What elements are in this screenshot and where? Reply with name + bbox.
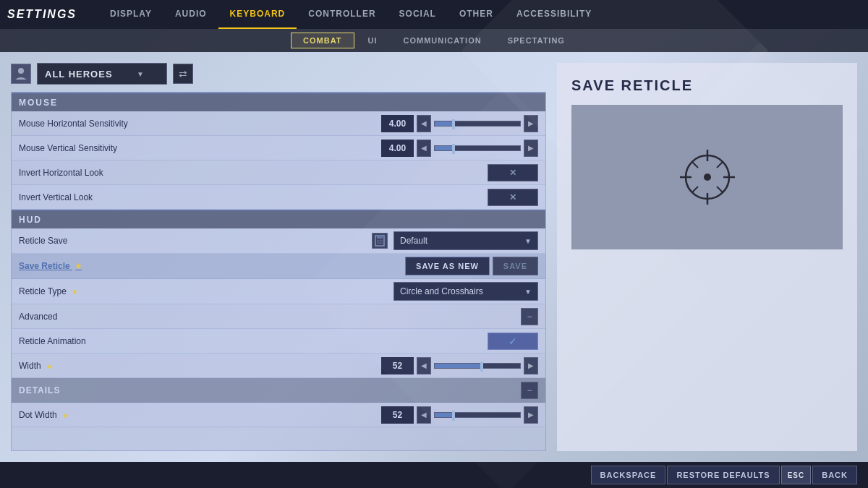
subnav-combat[interactable]: COMBAT	[291, 33, 354, 48]
hero-icon	[11, 64, 31, 84]
nav-display[interactable]: DISPLAY	[98, 0, 163, 29]
svg-point-0	[18, 68, 24, 74]
mouse-v-track[interactable]	[434, 145, 521, 151]
app-title: SETTINGS	[7, 8, 77, 21]
hero-dropdown-arrow: ▼	[137, 70, 145, 78]
dot-width-label: Dot Width ★	[19, 410, 381, 420]
width-fill	[435, 364, 482, 368]
svg-line-11	[692, 162, 698, 168]
backspace-button[interactable]: BACKSPACE	[591, 466, 666, 484]
dot-width-thumb[interactable]	[452, 411, 455, 421]
dot-width-track[interactable]	[434, 412, 521, 418]
hero-swap-button[interactable]: ⇄	[173, 64, 193, 84]
reticle-type-star: ★	[72, 288, 78, 296]
svg-line-13	[692, 187, 698, 192]
dot-width-fill	[435, 413, 454, 417]
mouse-section-header: MOUSE	[12, 93, 545, 111]
nav-social[interactable]: SOCIAL	[388, 0, 448, 29]
dot-width-star: ★	[62, 411, 69, 419]
width-thumb[interactable]	[480, 361, 483, 372]
reticle-preview	[571, 105, 843, 249]
width-track[interactable]	[434, 363, 521, 369]
mouse-v-fill	[435, 146, 454, 150]
mouse-h-track[interactable]	[434, 121, 521, 127]
mouse-h-fill	[435, 121, 454, 126]
esc-key: ESC	[781, 466, 812, 484]
mouse-v-thumb[interactable]	[452, 144, 455, 154]
mouse-h-decrease[interactable]: ◀	[417, 115, 431, 132]
width-star: ★	[46, 362, 53, 370]
svg-line-14	[717, 187, 723, 192]
back-button[interactable]: BACK	[812, 466, 857, 484]
hero-silhouette-icon	[14, 67, 28, 81]
save-reticle-star: ★	[75, 262, 82, 270]
hero-dropdown[interactable]: ALL HEROES ▼	[37, 63, 167, 85]
hero-selector: ALL HEROES ▼ ⇄	[11, 63, 546, 85]
bottom-bar: BACKSPACE RESTORE DEFAULTS ESC BACK	[0, 462, 868, 488]
width-label: Width ★	[19, 361, 381, 371]
nav-audio[interactable]: AUDIO	[163, 0, 218, 29]
nav-controller[interactable]: CONTROLLER	[297, 0, 387, 29]
mouse-v-value: 4.00	[381, 140, 414, 157]
mouse-v-decrease[interactable]: ◀	[417, 140, 431, 157]
mouse-h-thumb[interactable]	[452, 119, 455, 129]
svg-point-6	[704, 174, 711, 181]
reticle-crosshair-svg	[664, 134, 751, 221]
dot-width-value: 52	[381, 406, 414, 424]
restore-defaults-button[interactable]: RESTORE DEFAULTS	[667, 466, 779, 484]
nav-keyboard[interactable]: KEYBOARD	[218, 0, 297, 29]
svg-line-12	[717, 162, 723, 168]
subnav-ui[interactable]: UI	[356, 33, 390, 48]
mouse-h-value: 4.00	[381, 115, 414, 132]
